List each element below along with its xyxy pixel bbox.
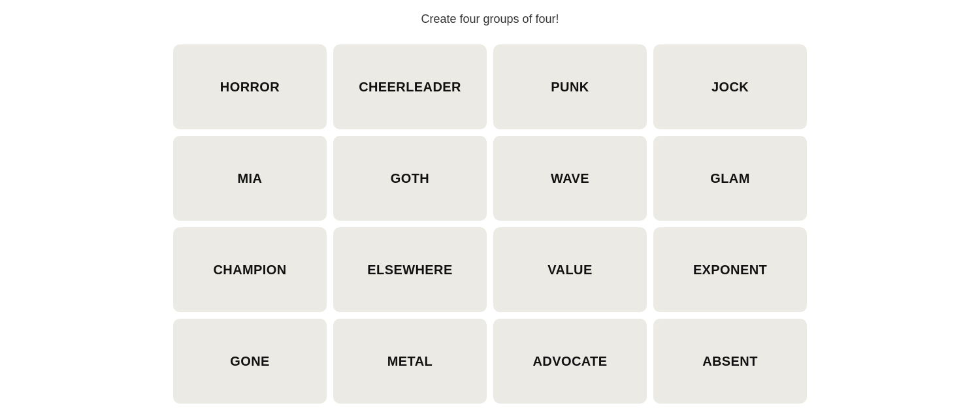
tile-goth[interactable]: GOTH	[333, 136, 487, 221]
tile-advocate[interactable]: ADVOCATE	[493, 319, 647, 404]
tile-label-glam: GLAM	[702, 171, 757, 186]
tile-elsewhere[interactable]: ELSEWHERE	[333, 227, 487, 312]
tile-value[interactable]: VALUE	[493, 227, 647, 312]
tile-punk[interactable]: PUNK	[493, 44, 647, 129]
tile-label-exponent: EXPONENT	[685, 263, 775, 278]
tile-wave[interactable]: WAVE	[493, 136, 647, 221]
tile-label-cheerleader: CHEERLEADER	[351, 80, 469, 95]
tile-champion[interactable]: CHAMPION	[173, 227, 327, 312]
game-subtitle: Create four groups of four!	[421, 12, 559, 26]
tile-horror[interactable]: HORROR	[173, 44, 327, 129]
tile-gone[interactable]: GONE	[173, 319, 327, 404]
tile-exponent[interactable]: EXPONENT	[653, 227, 807, 312]
tile-label-wave: WAVE	[543, 171, 597, 186]
word-grid: HORRORCHEERLEADERPUNKJOCKMIAGOTHWAVEGLAM…	[173, 44, 807, 404]
tile-label-horror: HORROR	[212, 80, 287, 95]
tile-label-goth: GOTH	[383, 171, 437, 186]
tile-label-absent: ABSENT	[694, 354, 766, 369]
tile-metal[interactable]: METAL	[333, 319, 487, 404]
tile-cheerleader[interactable]: CHEERLEADER	[333, 44, 487, 129]
tile-label-advocate: ADVOCATE	[525, 354, 615, 369]
tile-jock[interactable]: JOCK	[653, 44, 807, 129]
tile-label-gone: GONE	[222, 354, 278, 369]
tile-label-punk: PUNK	[543, 80, 596, 95]
tile-label-jock: JOCK	[704, 80, 757, 95]
tile-mia[interactable]: MIA	[173, 136, 327, 221]
tile-label-mia: MIA	[230, 171, 270, 186]
tile-glam[interactable]: GLAM	[653, 136, 807, 221]
tile-label-value: VALUE	[540, 263, 600, 278]
tile-label-elsewhere: ELSEWHERE	[359, 263, 460, 278]
tile-label-metal: METAL	[380, 354, 440, 369]
tile-absent[interactable]: ABSENT	[653, 319, 807, 404]
tile-label-champion: CHAMPION	[205, 263, 294, 278]
